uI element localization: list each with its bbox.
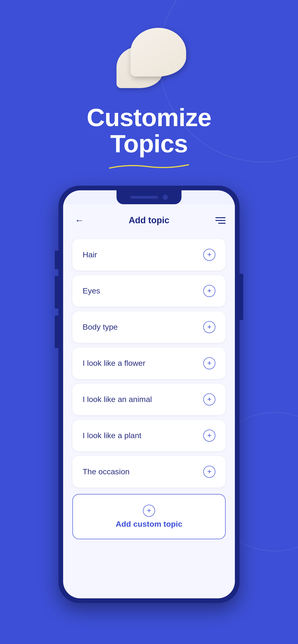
- phone-frame: ← Add topic Hair + Eyes: [59, 186, 239, 603]
- phone-side-button-right: [239, 274, 243, 320]
- add-topic-plant-button[interactable]: +: [203, 430, 215, 442]
- navigation-bar: ← Add topic: [72, 204, 226, 239]
- topic-item-animal[interactable]: I look like an animal +: [72, 384, 226, 415]
- topic-label-eyes: Eyes: [83, 286, 100, 295]
- topic-label-occasion: The occasion: [83, 467, 130, 476]
- add-custom-plus-icon: +: [143, 505, 155, 517]
- add-custom-topic-button[interactable]: + Add custom topic: [72, 494, 226, 539]
- notch-dot: [163, 195, 168, 200]
- screen-title: Add topic: [129, 215, 169, 225]
- menu-button[interactable]: [212, 214, 226, 228]
- topic-item-plant[interactable]: I look like a plant +: [72, 420, 226, 451]
- title-underline: [105, 162, 193, 171]
- topic-label-body-type: Body type: [83, 322, 118, 332]
- back-button[interactable]: ←: [72, 214, 86, 228]
- add-topic-animal-button[interactable]: +: [203, 394, 215, 406]
- screen-content: ← Add topic Hair + Eyes: [63, 204, 235, 598]
- topic-list: Hair + Eyes + Body type + I look like a …: [72, 239, 226, 539]
- topic-item-occasion[interactable]: The occasion +: [72, 456, 226, 488]
- phone-notch: [117, 190, 181, 204]
- speech-bubble-front: [130, 28, 186, 76]
- hero-title-section: Customize Topics: [87, 104, 211, 172]
- topic-label-animal: I look like an animal: [83, 395, 152, 404]
- topic-item-eyes[interactable]: Eyes +: [72, 275, 226, 307]
- add-topic-flower-button[interactable]: +: [203, 357, 215, 369]
- topic-item-hair[interactable]: Hair +: [72, 239, 226, 270]
- menu-line-1: [215, 217, 226, 218]
- back-arrow-icon: ←: [75, 215, 84, 226]
- topic-item-body-type[interactable]: Body type +: [72, 311, 226, 343]
- menu-line-3: [218, 223, 226, 224]
- topic-label-flower: I look like a flower: [83, 359, 145, 368]
- hero-title: Customize Topics: [87, 104, 211, 157]
- phone-mockup-wrapper: ← Add topic Hair + Eyes: [0, 186, 298, 603]
- topic-label-plant: I look like a plant: [83, 431, 141, 440]
- menu-line-2: [215, 220, 226, 221]
- add-topic-eyes-button[interactable]: +: [203, 285, 215, 297]
- add-topic-body-type-button[interactable]: +: [203, 321, 215, 333]
- topic-item-flower[interactable]: I look like a flower +: [72, 348, 226, 379]
- notch-pill: [130, 196, 158, 199]
- add-topic-occasion-button[interactable]: +: [203, 466, 215, 478]
- add-topic-hair-button[interactable]: +: [203, 249, 215, 261]
- topic-label-hair: Hair: [83, 250, 97, 259]
- phone-screen: ← Add topic Hair + Eyes: [63, 190, 235, 598]
- hero-illustration: [112, 28, 186, 93]
- phone-side-buttons-left: [55, 250, 59, 348]
- add-custom-label: Add custom topic: [116, 520, 182, 528]
